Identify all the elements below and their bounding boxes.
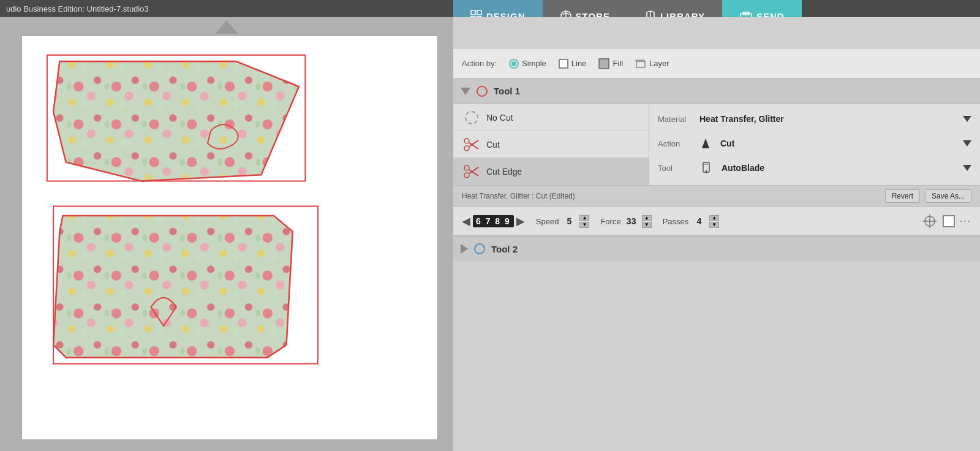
- right-panel: Action by: Simple Line Fill: [453, 17, 980, 451]
- simple-radio[interactable]: [509, 59, 519, 69]
- force-up[interactable]: ▲: [642, 215, 652, 221]
- passes-spinner[interactable]: ▲ ▼: [709, 215, 719, 228]
- line-checkbox[interactable]: [559, 59, 568, 69]
- cut-icon-container: [463, 138, 480, 151]
- no-cut-option[interactable]: No Cut: [453, 104, 649, 131]
- revert-bar: Heat Transfer, Glitter : Cut (Edited) Re…: [453, 185, 980, 207]
- svg-marker-20: [53, 216, 293, 357]
- tool2-indicator: [474, 243, 485, 254]
- cut-option[interactable]: Cut: [453, 131, 649, 158]
- speed-down[interactable]: ▼: [579, 222, 589, 228]
- crosshair-icon[interactable]: [922, 213, 938, 229]
- more-options[interactable]: ···: [960, 216, 971, 227]
- svg-point-29: [464, 173, 469, 178]
- material-label: Material: [658, 115, 695, 124]
- svg-point-25: [464, 146, 469, 151]
- svg-marker-18: [53, 61, 299, 181]
- canvas-area: [0, 17, 453, 451]
- design-canvas-svg: [22, 36, 437, 439]
- sfp-row: ◀ 6 7 8 9 ▶ Speed 5 ▲ ▼ Force 33 ▲ ▼: [453, 207, 980, 235]
- tool2-collapse[interactable]: [461, 244, 468, 254]
- preset-label: Heat Transfer, Glitter : Cut (Edited): [462, 192, 880, 200]
- simple-label: Simple: [522, 59, 546, 68]
- cut-icon: [464, 138, 480, 151]
- svg-rect-0: [471, 10, 475, 15]
- square-preview: [943, 215, 955, 227]
- title-text: udio Business Edition: Untitled-7.studio…: [6, 4, 149, 13]
- svg-point-28: [464, 165, 469, 170]
- passes-label: Passes: [663, 217, 689, 226]
- tool1-collapse[interactable]: [461, 88, 470, 95]
- layer-label: Layer: [649, 59, 669, 68]
- fill-label: Fill: [612, 59, 623, 68]
- action-value: Cut: [720, 138, 958, 148]
- digit-display-group: ◀ 6 7 8 9 ▶: [462, 214, 525, 228]
- tool1-title: Tool 1: [494, 86, 520, 96]
- svg-marker-32: [702, 138, 709, 148]
- line-option[interactable]: Line: [559, 59, 587, 69]
- cut-options-panel: No Cut Cut: [453, 104, 649, 185]
- material-row: Material Heat Transfer, Glitter: [649, 107, 980, 131]
- tool1-body: No Cut Cut: [453, 104, 980, 185]
- force-label: Force: [600, 217, 620, 226]
- action-by-row: Action by: Simple Line Fill: [453, 49, 980, 78]
- cut-edge-icon: [464, 165, 480, 178]
- svg-rect-23: [636, 60, 644, 61]
- digit-display: 6 7 8 9: [473, 215, 514, 227]
- svg-point-24: [464, 138, 469, 143]
- tool-row: Tool AutoBlade: [649, 156, 980, 180]
- canvas-inner: [21, 36, 438, 440]
- force-down[interactable]: ▼: [642, 222, 652, 228]
- autoblade-icon: [699, 162, 713, 174]
- revert-button[interactable]: Revert: [885, 189, 920, 203]
- no-cut-label: No Cut: [486, 113, 513, 123]
- simple-option[interactable]: Simple: [509, 59, 546, 69]
- tool-label: Tool: [658, 164, 695, 173]
- speed-value: 5: [562, 216, 576, 226]
- cut-edge-label: Cut Edge: [486, 167, 522, 176]
- action-row: Action Cut: [649, 131, 980, 156]
- digit-left-arrow[interactable]: ◀: [462, 214, 470, 228]
- tool1-header[interactable]: Tool 1: [453, 78, 980, 104]
- save-as-button[interactable]: Save As...: [925, 189, 971, 203]
- fill-option[interactable]: Fill: [598, 58, 623, 69]
- action-by-label: Action by:: [462, 59, 497, 68]
- tool-dropdown[interactable]: [963, 165, 971, 171]
- material-action-tool-panel: Material Heat Transfer, Glitter Action C…: [649, 104, 980, 185]
- main-layout: Action by: Simple Line Fill: [0, 17, 980, 451]
- tool1-indicator: [477, 86, 488, 97]
- speed-label: Speed: [536, 217, 559, 226]
- material-dropdown[interactable]: [963, 116, 971, 122]
- action-cut-icon: [699, 137, 712, 150]
- action-label: Action: [658, 139, 695, 148]
- speed-up[interactable]: ▲: [579, 215, 589, 221]
- passes-up[interactable]: ▲: [709, 215, 719, 221]
- force-group: Force 33 ▲ ▼: [600, 215, 651, 228]
- speed-spinner[interactable]: ▲ ▼: [579, 215, 589, 228]
- force-value: 33: [625, 216, 638, 226]
- svg-rect-22: [636, 61, 645, 67]
- tool2-header[interactable]: Tool 2: [453, 235, 980, 261]
- svg-rect-1: [477, 10, 481, 15]
- no-cut-dashed-circle: [465, 111, 478, 124]
- fill-icon: [598, 58, 609, 69]
- speed-group: Speed 5 ▲ ▼: [536, 215, 590, 228]
- force-spinner[interactable]: ▲ ▼: [642, 215, 652, 228]
- material-value: Heat Transfer, Glitter: [699, 114, 958, 124]
- scroll-up-arrow[interactable]: [216, 20, 238, 34]
- digit-right-arrow[interactable]: ▶: [516, 214, 525, 228]
- layer-option[interactable]: Layer: [635, 58, 669, 69]
- passes-value: 4: [692, 216, 706, 226]
- cut-label: Cut: [486, 140, 500, 150]
- tool2-title: Tool 2: [491, 244, 518, 254]
- action-dropdown[interactable]: [963, 140, 971, 146]
- svg-rect-21: [599, 59, 609, 69]
- passes-down[interactable]: ▼: [709, 222, 719, 228]
- layer-icon: [635, 58, 646, 69]
- extra-icons: ···: [922, 213, 971, 229]
- passes-group: Passes 4 ▲ ▼: [663, 215, 720, 228]
- tool-value: AutoBlade: [722, 163, 958, 173]
- no-cut-icon: [463, 112, 480, 124]
- cut-edge-icon-container: [463, 165, 480, 178]
- cut-edge-option[interactable]: Cut Edge: [453, 158, 649, 185]
